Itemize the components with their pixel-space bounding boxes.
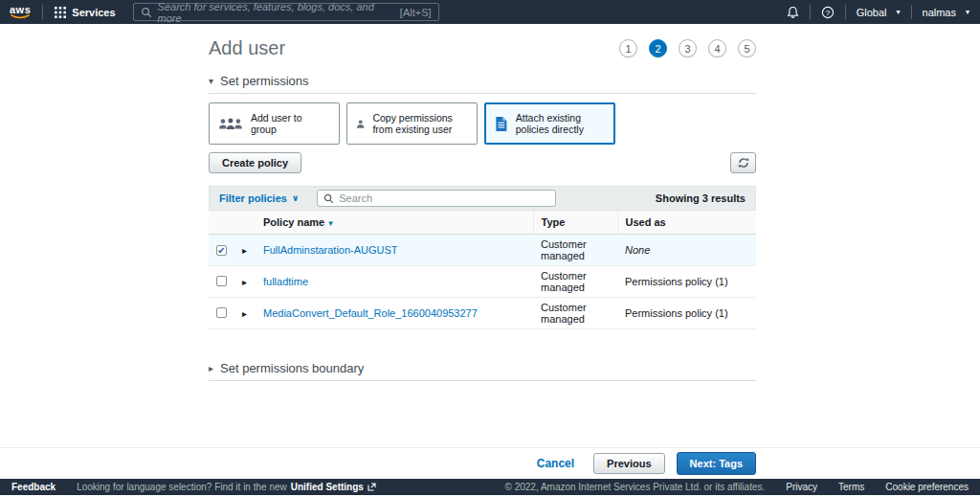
permission-option-cards: Add user to group Copy permissions from … xyxy=(209,102,756,145)
aws-smile-icon xyxy=(11,14,30,19)
column-policy-name[interactable]: Policy name▾ xyxy=(256,211,533,235)
username-label: nalmas xyxy=(923,7,956,18)
region-label: Global xyxy=(857,7,887,18)
previous-button[interactable]: Previous xyxy=(593,453,664,474)
chevron-down-icon: ∨ xyxy=(292,193,299,203)
step-5[interactable]: 5 xyxy=(738,39,756,57)
cookie-preferences-link[interactable]: Cookie preferences xyxy=(885,482,969,492)
policy-name-link[interactable]: FullAdminstaration-AUGUST xyxy=(263,244,398,256)
expand-row-icon[interactable]: ▸ xyxy=(242,308,247,319)
aws-logo[interactable]: aws xyxy=(10,6,31,19)
policy-used-as: None xyxy=(617,235,756,266)
card-copy-permissions[interactable]: Copy permissions from existing user xyxy=(346,102,478,145)
unified-settings-link[interactable]: Unified Settings xyxy=(291,482,364,492)
services-menu-button[interactable]: Services xyxy=(43,0,126,24)
card-label: Copy permissions from existing user xyxy=(372,112,468,135)
set-permissions-section-header[interactable]: ▾ Set permissions xyxy=(209,74,756,94)
notifications-button[interactable] xyxy=(776,0,810,24)
card-attach-existing-policies[interactable]: Attach existing policies directly xyxy=(484,102,615,145)
top-navigation-bar: aws Services Search for services, featur… xyxy=(0,0,980,24)
caret-down-icon: ▾ xyxy=(209,76,213,86)
wizard-steps: 1 2 3 4 5 xyxy=(619,39,756,57)
policy-type: Customer managed xyxy=(533,298,617,329)
policy-row: ✔ ▸ FullAdminstaration-AUGUST Customer m… xyxy=(209,235,756,266)
refresh-icon xyxy=(738,157,749,169)
card-label: Attach existing policies directly xyxy=(516,112,605,135)
policy-type: Customer managed xyxy=(533,266,617,298)
policies-table: Policy name▾ Type Used as ✔ ▸ FullAdmins… xyxy=(209,211,756,329)
card-label: Add user to group xyxy=(251,112,330,135)
footer-right: © 2022, Amazon Internet Services Private… xyxy=(504,482,969,492)
privacy-link[interactable]: Privacy xyxy=(786,482,817,492)
question-circle-icon: ? xyxy=(821,6,835,19)
footer-bar: Feedback Looking for language selection?… xyxy=(0,479,980,495)
wizard-action-bar: Cancel Previous Next: Tags xyxy=(0,447,980,479)
group-icon xyxy=(218,117,243,131)
policy-name-link[interactable]: fulladtime xyxy=(263,276,308,287)
services-label: Services xyxy=(72,7,115,18)
expand-row-icon[interactable]: ▸ xyxy=(242,277,247,287)
next-tags-button[interactable]: Next: Tags xyxy=(677,452,756,475)
select-all-header xyxy=(209,211,234,235)
search-placeholder: Search xyxy=(339,192,372,204)
caret-right-icon: ▸ xyxy=(209,363,213,373)
section-title: Set permissions boundary xyxy=(220,361,364,375)
chevron-down-icon: ▾ xyxy=(897,8,901,16)
cancel-button[interactable]: Cancel xyxy=(537,457,574,470)
refresh-button[interactable] xyxy=(730,152,756,173)
nav-left: aws Services Search for services, featur… xyxy=(0,0,439,24)
search-placeholder: Search for services, features, blogs, do… xyxy=(158,1,400,24)
create-policy-button[interactable]: Create policy xyxy=(209,152,301,173)
row-checkbox[interactable] xyxy=(216,276,227,286)
policy-type: Customer managed xyxy=(533,235,617,266)
policy-search-input[interactable]: Search xyxy=(317,190,556,207)
step-2-active[interactable]: 2 xyxy=(649,39,667,57)
filter-policies-dropdown[interactable]: Filter policies ∨ xyxy=(219,192,299,204)
policy-used-as: Permissions policy (1) xyxy=(617,266,756,298)
account-menu[interactable]: nalmas ▾ xyxy=(912,0,980,24)
policy-row: ▸ MediaConvert_Default_Role_166004095327… xyxy=(209,298,756,329)
nav-right: ? Global ▾ nalmas ▾ xyxy=(776,0,980,24)
policy-document-icon xyxy=(495,112,508,136)
step-3[interactable]: 3 xyxy=(679,39,697,57)
global-search-input[interactable]: Search for services, features, blogs, do… xyxy=(133,3,439,21)
external-link-icon xyxy=(368,483,376,491)
expand-header xyxy=(234,211,256,235)
search-shortcut-hint: [Alt+S] xyxy=(400,7,432,18)
results-count: Showing 3 results xyxy=(656,192,746,204)
search-icon xyxy=(323,193,334,204)
column-used-as: Used as xyxy=(617,211,756,235)
policy-row: ▸ fulladtime Customer managed Permission… xyxy=(209,266,756,298)
row-checkbox[interactable] xyxy=(216,307,227,318)
expand-row-icon[interactable]: ▸ xyxy=(242,245,247,256)
feedback-link[interactable]: Feedback xyxy=(11,482,56,492)
search-icon xyxy=(141,7,152,18)
step-1[interactable]: 1 xyxy=(619,39,637,57)
card-add-user-to-group[interactable]: Add user to group xyxy=(209,102,340,145)
bell-icon xyxy=(787,6,799,19)
page-title: Add user xyxy=(209,37,285,59)
filter-label: Filter policies xyxy=(219,192,287,204)
language-settings-note: Looking for language selection? Find it … xyxy=(77,482,376,492)
user-icon xyxy=(356,117,365,131)
grid-icon xyxy=(55,7,66,18)
svg-text:?: ? xyxy=(825,8,830,16)
main-area: Add user 1 2 3 4 5 ▾ Set permissions Add… xyxy=(0,24,980,447)
policy-name-link[interactable]: MediaConvert_Default_Role_1660040953277 xyxy=(263,307,478,319)
terms-link[interactable]: Terms xyxy=(838,482,864,492)
copyright-text: © 2022, Amazon Internet Services Private… xyxy=(504,482,765,492)
policy-filter-bar: Filter policies ∨ Search Showing 3 resul… xyxy=(209,186,756,211)
row-checkbox-checked[interactable]: ✔ xyxy=(216,245,227,256)
table-header-row: Policy name▾ Type Used as xyxy=(209,211,756,235)
region-selector[interactable]: Global ▾ xyxy=(846,0,911,24)
section-title: Set permissions xyxy=(220,74,308,88)
sort-desc-icon: ▾ xyxy=(328,218,333,228)
aws-logo-text: aws xyxy=(10,6,31,14)
help-button[interactable]: ? xyxy=(811,0,845,24)
chevron-down-icon: ▾ xyxy=(966,8,969,16)
step-4[interactable]: 4 xyxy=(708,39,726,57)
column-type: Type xyxy=(533,211,617,235)
permissions-boundary-section-header[interactable]: ▸ Set permissions boundary xyxy=(209,361,756,381)
policy-used-as: Permissions policy (1) xyxy=(617,298,756,329)
